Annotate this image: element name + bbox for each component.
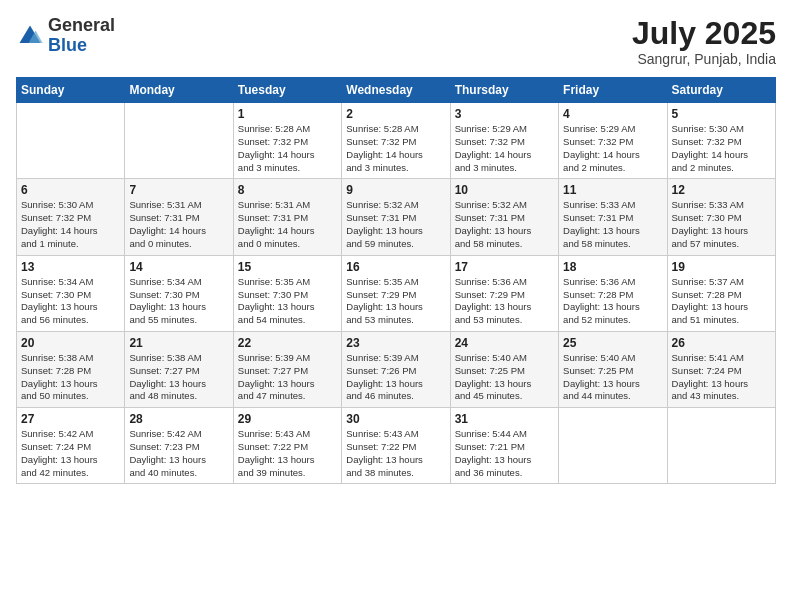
calendar-week-row: 1Sunrise: 5:28 AM Sunset: 7:32 PM Daylig… [17, 103, 776, 179]
calendar-day-cell [667, 408, 775, 484]
calendar-week-row: 13Sunrise: 5:34 AM Sunset: 7:30 PM Dayli… [17, 255, 776, 331]
page-container: General Blue July 2025 Sangrur, Punjab, … [0, 0, 792, 612]
day-info: Sunrise: 5:32 AM Sunset: 7:31 PM Dayligh… [455, 199, 554, 250]
calendar-day-cell [125, 103, 233, 179]
day-info: Sunrise: 5:38 AM Sunset: 7:28 PM Dayligh… [21, 352, 120, 403]
weekday-header: Wednesday [342, 78, 450, 103]
day-info: Sunrise: 5:39 AM Sunset: 7:27 PM Dayligh… [238, 352, 337, 403]
day-info: Sunrise: 5:36 AM Sunset: 7:28 PM Dayligh… [563, 276, 662, 327]
weekday-header-row: SundayMondayTuesdayWednesdayThursdayFrid… [17, 78, 776, 103]
day-number: 25 [563, 336, 662, 350]
logo-general-text: General [48, 15, 115, 35]
calendar-week-row: 20Sunrise: 5:38 AM Sunset: 7:28 PM Dayli… [17, 331, 776, 407]
logo-blue-text: Blue [48, 35, 87, 55]
day-info: Sunrise: 5:43 AM Sunset: 7:22 PM Dayligh… [238, 428, 337, 479]
day-info: Sunrise: 5:38 AM Sunset: 7:27 PM Dayligh… [129, 352, 228, 403]
calendar-day-cell: 9Sunrise: 5:32 AM Sunset: 7:31 PM Daylig… [342, 179, 450, 255]
day-number: 4 [563, 107, 662, 121]
day-info: Sunrise: 5:33 AM Sunset: 7:31 PM Dayligh… [563, 199, 662, 250]
calendar-day-cell: 1Sunrise: 5:28 AM Sunset: 7:32 PM Daylig… [233, 103, 341, 179]
calendar-day-cell: 23Sunrise: 5:39 AM Sunset: 7:26 PM Dayli… [342, 331, 450, 407]
day-info: Sunrise: 5:30 AM Sunset: 7:32 PM Dayligh… [672, 123, 771, 174]
day-info: Sunrise: 5:43 AM Sunset: 7:22 PM Dayligh… [346, 428, 445, 479]
calendar-day-cell: 21Sunrise: 5:38 AM Sunset: 7:27 PM Dayli… [125, 331, 233, 407]
calendar-day-cell: 25Sunrise: 5:40 AM Sunset: 7:25 PM Dayli… [559, 331, 667, 407]
calendar-day-cell: 31Sunrise: 5:44 AM Sunset: 7:21 PM Dayli… [450, 408, 558, 484]
day-info: Sunrise: 5:29 AM Sunset: 7:32 PM Dayligh… [455, 123, 554, 174]
day-number: 28 [129, 412, 228, 426]
month-year: July 2025 [632, 16, 776, 51]
day-number: 16 [346, 260, 445, 274]
calendar-day-cell: 28Sunrise: 5:42 AM Sunset: 7:23 PM Dayli… [125, 408, 233, 484]
calendar-day-cell: 30Sunrise: 5:43 AM Sunset: 7:22 PM Dayli… [342, 408, 450, 484]
day-number: 20 [21, 336, 120, 350]
day-number: 27 [21, 412, 120, 426]
logo-icon [16, 22, 44, 50]
calendar-day-cell: 3Sunrise: 5:29 AM Sunset: 7:32 PM Daylig… [450, 103, 558, 179]
day-info: Sunrise: 5:41 AM Sunset: 7:24 PM Dayligh… [672, 352, 771, 403]
calendar-week-row: 27Sunrise: 5:42 AM Sunset: 7:24 PM Dayli… [17, 408, 776, 484]
day-number: 21 [129, 336, 228, 350]
calendar-day-cell: 6Sunrise: 5:30 AM Sunset: 7:32 PM Daylig… [17, 179, 125, 255]
day-info: Sunrise: 5:40 AM Sunset: 7:25 PM Dayligh… [455, 352, 554, 403]
day-number: 11 [563, 183, 662, 197]
title-block: July 2025 Sangrur, Punjab, India [632, 16, 776, 67]
calendar-day-cell: 22Sunrise: 5:39 AM Sunset: 7:27 PM Dayli… [233, 331, 341, 407]
day-number: 5 [672, 107, 771, 121]
day-number: 10 [455, 183, 554, 197]
calendar-day-cell: 13Sunrise: 5:34 AM Sunset: 7:30 PM Dayli… [17, 255, 125, 331]
day-number: 2 [346, 107, 445, 121]
day-number: 24 [455, 336, 554, 350]
calendar-table: SundayMondayTuesdayWednesdayThursdayFrid… [16, 77, 776, 484]
calendar-day-cell: 27Sunrise: 5:42 AM Sunset: 7:24 PM Dayli… [17, 408, 125, 484]
day-number: 12 [672, 183, 771, 197]
day-number: 17 [455, 260, 554, 274]
calendar-day-cell: 17Sunrise: 5:36 AM Sunset: 7:29 PM Dayli… [450, 255, 558, 331]
calendar-day-cell: 4Sunrise: 5:29 AM Sunset: 7:32 PM Daylig… [559, 103, 667, 179]
weekday-header: Sunday [17, 78, 125, 103]
day-number: 3 [455, 107, 554, 121]
day-info: Sunrise: 5:33 AM Sunset: 7:30 PM Dayligh… [672, 199, 771, 250]
day-number: 13 [21, 260, 120, 274]
calendar-day-cell: 26Sunrise: 5:41 AM Sunset: 7:24 PM Dayli… [667, 331, 775, 407]
day-info: Sunrise: 5:32 AM Sunset: 7:31 PM Dayligh… [346, 199, 445, 250]
calendar-day-cell [17, 103, 125, 179]
day-number: 22 [238, 336, 337, 350]
day-info: Sunrise: 5:40 AM Sunset: 7:25 PM Dayligh… [563, 352, 662, 403]
day-number: 7 [129, 183, 228, 197]
day-info: Sunrise: 5:35 AM Sunset: 7:29 PM Dayligh… [346, 276, 445, 327]
calendar-week-row: 6Sunrise: 5:30 AM Sunset: 7:32 PM Daylig… [17, 179, 776, 255]
location: Sangrur, Punjab, India [632, 51, 776, 67]
day-number: 19 [672, 260, 771, 274]
day-number: 8 [238, 183, 337, 197]
calendar-day-cell: 29Sunrise: 5:43 AM Sunset: 7:22 PM Dayli… [233, 408, 341, 484]
weekday-header: Tuesday [233, 78, 341, 103]
calendar-day-cell: 16Sunrise: 5:35 AM Sunset: 7:29 PM Dayli… [342, 255, 450, 331]
day-number: 15 [238, 260, 337, 274]
calendar-day-cell: 15Sunrise: 5:35 AM Sunset: 7:30 PM Dayli… [233, 255, 341, 331]
calendar-day-cell: 12Sunrise: 5:33 AM Sunset: 7:30 PM Dayli… [667, 179, 775, 255]
day-number: 9 [346, 183, 445, 197]
day-info: Sunrise: 5:44 AM Sunset: 7:21 PM Dayligh… [455, 428, 554, 479]
calendar-day-cell: 14Sunrise: 5:34 AM Sunset: 7:30 PM Dayli… [125, 255, 233, 331]
day-info: Sunrise: 5:30 AM Sunset: 7:32 PM Dayligh… [21, 199, 120, 250]
calendar-day-cell: 20Sunrise: 5:38 AM Sunset: 7:28 PM Dayli… [17, 331, 125, 407]
calendar-day-cell: 2Sunrise: 5:28 AM Sunset: 7:32 PM Daylig… [342, 103, 450, 179]
day-info: Sunrise: 5:42 AM Sunset: 7:24 PM Dayligh… [21, 428, 120, 479]
day-number: 26 [672, 336, 771, 350]
page-header: General Blue July 2025 Sangrur, Punjab, … [16, 16, 776, 67]
weekday-header: Saturday [667, 78, 775, 103]
calendar-day-cell: 7Sunrise: 5:31 AM Sunset: 7:31 PM Daylig… [125, 179, 233, 255]
logo: General Blue [16, 16, 115, 56]
day-number: 1 [238, 107, 337, 121]
day-number: 6 [21, 183, 120, 197]
day-info: Sunrise: 5:34 AM Sunset: 7:30 PM Dayligh… [21, 276, 120, 327]
day-number: 18 [563, 260, 662, 274]
day-info: Sunrise: 5:37 AM Sunset: 7:28 PM Dayligh… [672, 276, 771, 327]
calendar-day-cell: 8Sunrise: 5:31 AM Sunset: 7:31 PM Daylig… [233, 179, 341, 255]
day-number: 29 [238, 412, 337, 426]
day-number: 14 [129, 260, 228, 274]
day-info: Sunrise: 5:39 AM Sunset: 7:26 PM Dayligh… [346, 352, 445, 403]
calendar-day-cell: 19Sunrise: 5:37 AM Sunset: 7:28 PM Dayli… [667, 255, 775, 331]
day-info: Sunrise: 5:29 AM Sunset: 7:32 PM Dayligh… [563, 123, 662, 174]
